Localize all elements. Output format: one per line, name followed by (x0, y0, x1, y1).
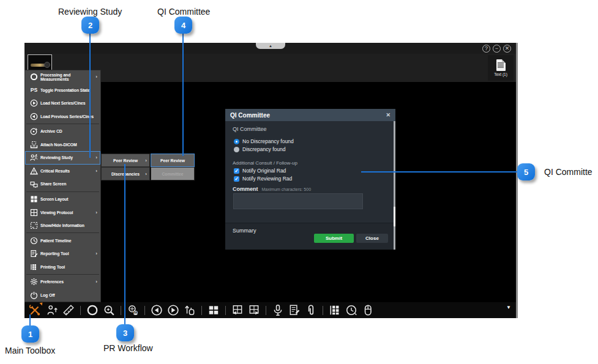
share-screen-icon (28, 180, 40, 188)
next-series-icon[interactable] (167, 304, 179, 316)
submenu-arrow-icon: › (94, 74, 97, 80)
dialog-close-icon[interactable]: ✕ (386, 112, 391, 118)
submenu-item-discrepancies[interactable]: Discrepancies › (101, 167, 150, 180)
submenu-item-peer-review-2[interactable]: Peer Review (151, 154, 195, 167)
submenu-arrow-icon: › (94, 279, 97, 284)
menu-item-share-screen[interactable]: Share Screen (25, 177, 100, 191)
checkbox-notify-reviewing-rad[interactable]: ✓ Notify Reviewing Rad (234, 176, 292, 182)
scrollbar-thumb[interactable] (394, 207, 395, 226)
menu-separator (26, 274, 99, 275)
toolbar-expand-arrow-icon[interactable]: ▼ (506, 305, 511, 310)
callout-line-3 (124, 164, 125, 324)
toolbar-separator (144, 306, 145, 315)
toolbar-separator (80, 306, 81, 315)
close-button[interactable]: Close (356, 234, 388, 243)
callout-label-pr-workflow: PR Workflow (103, 343, 153, 353)
close-window-icon[interactable]: ✕ (503, 45, 511, 53)
menu-item-critical-results[interactable]: Critical Results › (25, 165, 100, 178)
summary-label: Summary (233, 228, 256, 234)
dialog-title: QI Committee (230, 112, 386, 119)
menu-separator (26, 191, 99, 192)
menu-item-show-hide-information[interactable]: Show/Hide Information (25, 219, 100, 232)
preferences-gear-icon (28, 278, 40, 286)
menu-separator (26, 124, 99, 124)
mouse-icon[interactable] (362, 304, 374, 316)
menu-item-screen-layout[interactable]: Screen Layout (25, 193, 100, 206)
radio-selected-icon (234, 139, 239, 144)
screen-layout-grid-icon[interactable] (207, 304, 220, 316)
radio-discrepancy[interactable]: Discrepancy found (234, 146, 285, 152)
attach-tray-icon (28, 141, 40, 149)
dialog-footer: Summary Submit Close (225, 223, 395, 250)
submenu-arrow-icon: › (94, 155, 97, 160)
previous-series-icon[interactable] (151, 304, 163, 316)
callout-badge-4: 4 (174, 17, 192, 34)
processing-circle-icon (28, 73, 40, 81)
orientation-markers-icon[interactable]: PA (127, 304, 139, 316)
menu-item-viewing-protocol[interactable]: Viewing Protocol › (25, 206, 100, 219)
dialog-titlebar: QI Committee ✕ (225, 109, 395, 121)
svg-text:PA: PA (133, 311, 138, 314)
radio-unselected-icon (234, 147, 239, 152)
comment-textarea[interactable] (233, 193, 363, 209)
microphone-icon[interactable] (272, 304, 284, 316)
collapse-tab[interactable]: ▲ (256, 43, 285, 49)
toolbar-separator (121, 306, 121, 315)
pointer-hand-icon[interactable] (184, 304, 196, 316)
menu-item-patient-timeline[interactable]: Patient Timeline (25, 234, 100, 247)
submenu-item-committee: Committee (151, 167, 195, 180)
callout-line-1 (29, 314, 31, 325)
report-edit-icon[interactable] (288, 304, 301, 316)
printing-grid-icon[interactable] (329, 304, 341, 316)
radio-no-discrepancy[interactable]: No Discrepancy found (234, 138, 294, 144)
qi-committee-dialog: QI Committee ✕ QI Committee No Discrepan… (225, 109, 395, 250)
callout-label-main-toolbox: Main Toolbox (5, 346, 55, 355)
minimize-icon[interactable]: − (493, 45, 501, 53)
paperclip-icon[interactable] (305, 304, 317, 316)
checkbox-checked-icon: ✓ (234, 168, 239, 174)
warning-triangle-icon (28, 167, 40, 175)
menu-item-reporting-tool[interactable]: Reporting Tool › (25, 247, 100, 261)
menu-item-printing-tool[interactable]: Printing Tool (25, 260, 100, 273)
thumbnail-xray-knob (44, 62, 50, 68)
comment-row: Comment Maximum characters: 500 (233, 186, 311, 192)
show-hide-info-icon (28, 221, 40, 229)
zoom-magnifier-icon[interactable] (103, 304, 115, 316)
prior-layout-left-icon[interactable] (231, 304, 244, 316)
archive-cd-icon (28, 127, 40, 135)
prior-layout-right-icon[interactable] (248, 304, 260, 316)
page: Reviewing Study QI Committee Main Toolbo… (0, 0, 598, 364)
submenu-arrow-icon: › (144, 171, 147, 177)
window-level-circle-icon[interactable] (86, 304, 99, 316)
comment-label: Comment (233, 186, 258, 192)
bottom-toolbar: PA (24, 302, 516, 318)
submit-button[interactable]: Submit (314, 234, 354, 243)
power-icon (28, 291, 40, 299)
menu-separator (26, 232, 99, 233)
callout-line-4 (182, 34, 184, 156)
submenu-arrow-icon: › (144, 158, 147, 163)
dialog-section-label: QI Committee (233, 126, 267, 132)
callout-badge-3: 3 (116, 324, 134, 341)
app-window: ? − ✕ ▲ Text (1) Processing and Measurem… (24, 43, 518, 318)
menu-item-log-off[interactable]: Log Off (25, 289, 100, 302)
patient-timeline-clock-icon (28, 237, 40, 245)
help-icon[interactable]: ? (482, 45, 490, 53)
submenu-item-peer-review[interactable]: Peer Review › (101, 154, 150, 167)
text-series-thumbnail[interactable]: Text (1) (488, 55, 514, 81)
callout-label-qi-committee: QI Committee (157, 7, 210, 17)
reporting-tool-icon (28, 250, 40, 258)
reviewing-study-submenu: Peer Review › Discrepancies › (101, 154, 150, 180)
timeline-clock-icon[interactable] (345, 304, 357, 316)
ruler-icon[interactable] (62, 304, 75, 316)
checkbox-checked-icon: ✓ (234, 176, 239, 182)
checkbox-notify-original-rad[interactable]: ✓ Notify Original Rad (234, 168, 286, 174)
patient-tools-icon[interactable] (46, 304, 58, 316)
callout-label-qi-committe: QI Committe (544, 167, 592, 177)
menu-item-preferences[interactable]: Preferences › (25, 275, 100, 289)
consult-followup-label: Additional Consult / Follow-up (233, 160, 297, 166)
callout-badge-1: 1 (21, 325, 39, 343)
ps-icon: PS (28, 87, 40, 93)
dialog-scrollbar[interactable] (394, 121, 395, 250)
callout-line-5 (361, 171, 517, 173)
